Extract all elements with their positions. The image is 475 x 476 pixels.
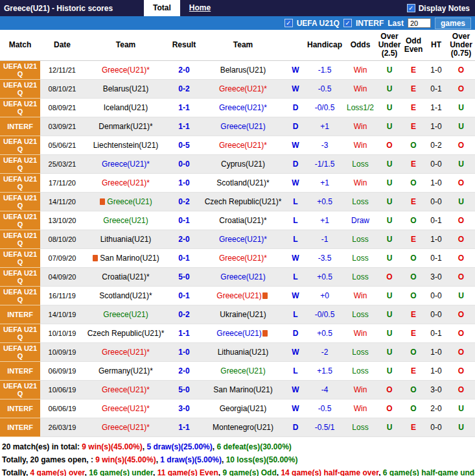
- match-row: INTERF06/06/19Greece(U21)*3-0Georgia(U21…: [0, 399, 475, 418]
- handicap-cell: +0.5: [306, 268, 343, 287]
- team-link[interactable]: Croatia(U21)*: [219, 216, 266, 225]
- competition-cell: UEFA U21 Q: [0, 193, 40, 211]
- team-link[interactable]: Germany(U21)*: [98, 366, 153, 375]
- tab-total[interactable]: Total: [144, 0, 180, 16]
- team-link[interactable]: Denmark(U21)*: [98, 122, 152, 131]
- team-link[interactable]: Greece(U21)*: [219, 254, 267, 263]
- team-link[interactable]: Greece(U21): [103, 216, 148, 225]
- team-link[interactable]: Georgia(U21): [220, 404, 267, 413]
- interf-checkbox[interactable]: ✓: [343, 19, 352, 27]
- team-link[interactable]: Greece(U21)*: [102, 385, 150, 394]
- summary-segment: 10 loss(es)(50.00%): [226, 455, 298, 464]
- date-cell: 12/11/21: [40, 61, 84, 80]
- competition-cell: UEFA U21 Q: [0, 249, 40, 268]
- team-link[interactable]: Croatia(U21)*: [102, 272, 149, 281]
- odds-result-cell: Win: [343, 117, 377, 136]
- match-row: UEFA U21 Q05/06/21Liechtenstein(U21)0-5G…: [0, 136, 475, 155]
- team-link[interactable]: Ukraine(U21): [220, 310, 266, 319]
- team-link[interactable]: Greece(U21)*: [219, 84, 267, 93]
- uefa-u21q-checkbox[interactable]: ✓: [284, 19, 293, 27]
- team-link[interactable]: Greece(U21)*: [102, 160, 150, 169]
- date-cell: 10/10/19: [40, 324, 84, 343]
- ht-score-cell: 1-0: [425, 61, 447, 80]
- odd-even-cell: E: [402, 362, 425, 381]
- over-under-25-cell: U: [377, 174, 402, 193]
- team-link[interactable]: Greece(U21): [220, 272, 265, 281]
- home-team-cell: Greece(U21)*: [84, 155, 167, 174]
- over-under-25-cell: O: [377, 381, 402, 399]
- event-flag-icon: [93, 255, 98, 261]
- over-under-075-cell: U: [447, 117, 475, 136]
- over-under-25-cell: U: [377, 99, 402, 117]
- team-link[interactable]: Greece(U21): [220, 122, 265, 131]
- over-under-25-cell: U: [377, 211, 402, 230]
- competition-cell: UEFA U21 Q: [0, 174, 40, 193]
- odds-result-cell: Draw: [343, 211, 377, 230]
- team-link[interactable]: Greece(U21)*: [219, 141, 267, 150]
- team-link[interactable]: Belarus(U21): [103, 84, 149, 93]
- match-row: UEFA U21 Q08/10/20Lithuania(U21)2-0Greec…: [0, 230, 475, 249]
- odds-result-cell: Loss: [343, 249, 377, 268]
- over-under-25-cell: U: [377, 117, 402, 136]
- team-link[interactable]: Cyprus(U21): [221, 160, 265, 169]
- team-link[interactable]: Greece(U21)*: [219, 103, 267, 112]
- summary-line: Totally, 20 games open, : 9 win(s)(45.00…: [2, 453, 473, 466]
- over-under-25-cell: O: [377, 136, 402, 155]
- summary-segment: 1 draw(s)(5.00%): [160, 455, 222, 464]
- team-link[interactable]: Scotland(U21)*: [216, 178, 269, 187]
- team-link[interactable]: Greece(U21)*: [102, 348, 150, 357]
- result-letter-cell: W: [285, 136, 306, 155]
- odds-result-cell: Win: [343, 381, 377, 399]
- team-link[interactable]: Lithuania(U21): [218, 348, 269, 357]
- ht-score-cell: 0-1: [425, 249, 447, 268]
- over-under-075-cell: O: [447, 324, 475, 343]
- over-under-075-cell: O: [447, 305, 475, 324]
- team-link[interactable]: Lithuania(U21): [100, 235, 152, 244]
- date-cell: 25/03/21: [40, 155, 84, 174]
- match-row: UEFA U21 Q08/09/21Iceland(U21)1-1Greece(…: [0, 99, 475, 117]
- date-cell: 10/09/19: [40, 343, 84, 362]
- team-link[interactable]: Greece(U21): [216, 329, 261, 338]
- over-under-25-cell: U: [377, 249, 402, 268]
- team-link[interactable]: Liechtenstein(U21): [93, 141, 159, 150]
- date-cell: 08/10/21: [40, 80, 84, 99]
- team-link[interactable]: Greece(U21): [220, 366, 265, 375]
- team-link[interactable]: Scotland(U21)*: [99, 291, 152, 300]
- team-link[interactable]: Greece(U21): [103, 310, 148, 319]
- over-under-25-cell: O: [377, 399, 402, 418]
- team-link[interactable]: Montenegro(U21): [213, 423, 273, 432]
- home-team-cell: Greece(U21)*: [84, 381, 167, 399]
- date-cell: 17/11/20: [40, 174, 84, 193]
- display-notes-group: ✓ Display Notes: [407, 4, 475, 13]
- result-letter-cell: W: [285, 381, 306, 399]
- games-button[interactable]: games: [435, 18, 471, 29]
- display-notes-checkbox[interactable]: ✓: [407, 4, 415, 12]
- team-link[interactable]: Greece(U21)*: [102, 423, 150, 432]
- odds-result-cell: Win: [343, 174, 377, 193]
- games-count-input[interactable]: [408, 18, 431, 28]
- over-under-075-cell: U: [447, 418, 475, 437]
- column-header: Handicap: [306, 30, 343, 61]
- team-link[interactable]: San Marino(U21): [100, 254, 159, 263]
- team-link[interactable]: Greece(U21): [216, 291, 261, 300]
- team-link[interactable]: Greece(U21)*: [102, 404, 150, 413]
- team-link[interactable]: Belarus(U21): [220, 65, 266, 75]
- ht-score-cell: 1-0: [425, 362, 447, 381]
- tab-home[interactable]: Home: [180, 0, 220, 16]
- team-link[interactable]: Czech Republic(U21)*: [205, 197, 282, 206]
- match-row: UEFA U21 Q12/11/21Greece(U21)*2-0Belarus…: [0, 61, 475, 80]
- top-bar: Greece(U21) - Historic scores Total Home…: [0, 0, 475, 16]
- team-link[interactable]: Iceland(U21): [104, 103, 148, 112]
- over-under-25-cell: U: [377, 230, 402, 249]
- team-link[interactable]: Greece(U21)*: [219, 235, 267, 244]
- event-flag-icon: [262, 292, 268, 299]
- team-link[interactable]: Greece(U21)*: [102, 65, 150, 75]
- result-letter-cell: W: [285, 80, 306, 99]
- team-link[interactable]: Greece(U21): [107, 197, 152, 206]
- date-cell: 08/10/20: [40, 230, 84, 249]
- team-link[interactable]: Czech Republic(U21)*: [87, 329, 165, 338]
- team-link[interactable]: San Marino(U21): [213, 385, 272, 394]
- team-link[interactable]: Greece(U21)*: [102, 178, 150, 187]
- odd-even-cell: O: [402, 343, 425, 362]
- away-team-cell: Greece(U21)*: [201, 249, 285, 268]
